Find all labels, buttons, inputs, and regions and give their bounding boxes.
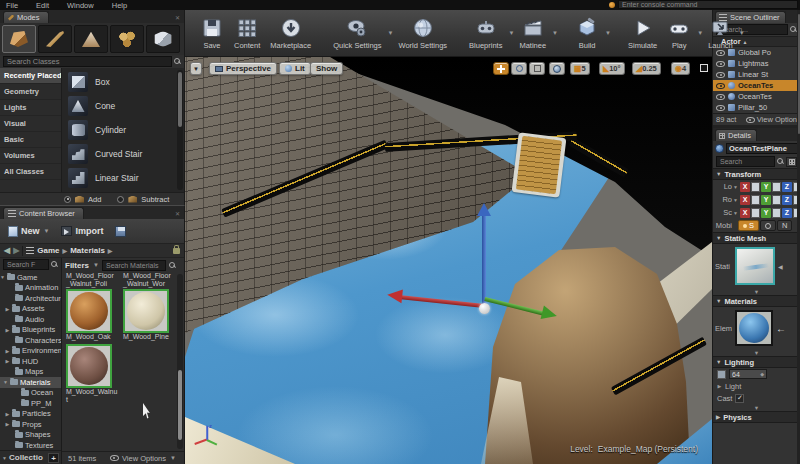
quick-settings-button[interactable]: Quick Settings	[328, 15, 386, 51]
feedback-icon[interactable]	[609, 2, 615, 8]
section-lighting[interactable]: ▼Lighting	[713, 356, 800, 368]
tree-item-animation[interactable]: Animation	[0, 283, 61, 294]
location-x-field[interactable]	[751, 182, 760, 192]
cast-shadows-checkbox[interactable]: ✓	[735, 394, 744, 403]
gizmo-origin[interactable]	[479, 303, 490, 314]
tree-item-materials[interactable]: ▼Materials	[0, 377, 61, 388]
placement-item-curved-stair[interactable]: Curved Stair	[68, 142, 174, 166]
asset-scrollbar[interactable]	[177, 274, 183, 449]
tree-item-assets[interactable]: ▶Assets	[0, 304, 61, 315]
simulate-button[interactable]: Simulate	[623, 15, 662, 51]
filters-button[interactable]: Filters	[65, 261, 89, 270]
save-button[interactable]: Save	[195, 15, 229, 51]
perspective-button[interactable]: Perspective	[209, 62, 277, 75]
outliner-row-pillar[interactable]: Pillar_50	[713, 102, 800, 113]
menu-help[interactable]: Help	[110, 1, 129, 10]
add-collection-button[interactable]: +	[48, 453, 59, 463]
scale-y-field[interactable]	[772, 208, 781, 218]
play-button[interactable]: Play	[662, 15, 696, 51]
tree-item-shapes[interactable]: Shapes	[0, 430, 61, 441]
tree-search-input[interactable]	[3, 259, 49, 270]
lightmap-res-field[interactable]: 64 ◆	[729, 369, 767, 379]
grid-snap-button[interactable]: ▦ 5	[570, 62, 590, 75]
details-search-input[interactable]	[716, 156, 775, 167]
tree-item-maps[interactable]: Maps	[0, 367, 61, 378]
tree-item-architecture[interactable]: Architecture	[0, 293, 61, 304]
new-asset-button[interactable]: New ▼	[4, 224, 53, 239]
menu-file[interactable]: File	[4, 1, 20, 10]
breadcrumb-root[interactable]: Game	[37, 246, 59, 255]
outliner-row-oceantes[interactable]: OceanTes	[713, 91, 800, 102]
placement-item-cone[interactable]: Cone	[68, 94, 174, 118]
rotation-y-field[interactable]	[772, 195, 781, 205]
section-physics[interactable]: ▶Physics	[713, 411, 800, 423]
view-options-button[interactable]: View Options ▼	[110, 454, 176, 463]
tab-content-browser[interactable]: Content Browser	[3, 207, 84, 219]
marketplace-button[interactable]: Marketplace	[265, 15, 316, 51]
mobility-stationary-button[interactable]	[760, 220, 776, 231]
asset-tile-m-wood-pine[interactable]: M_Wood_Pine	[123, 288, 174, 341]
visibility-eye-icon[interactable]	[716, 94, 725, 100]
color-swatch[interactable]	[717, 370, 726, 379]
lit-button[interactable]: Lit	[279, 62, 311, 75]
collections-bar[interactable]: ▼ Collectio +	[0, 450, 61, 464]
save-all-button[interactable]	[111, 224, 130, 239]
tab-modes[interactable]: Modes	[3, 11, 49, 23]
section-expander[interactable]: ▼	[713, 404, 800, 411]
tree-item-pp-m[interactable]: PP_M	[0, 398, 61, 409]
viewport-options-button[interactable]: ▼	[190, 62, 202, 75]
tree-item-props[interactable]: ▶Props	[0, 419, 61, 430]
rotate-tool-button[interactable]	[511, 62, 527, 75]
breadcrumb-current[interactable]: Materials	[70, 246, 105, 255]
blueprints-button[interactable]: Blueprints	[464, 15, 507, 51]
add-radio[interactable]	[64, 196, 71, 203]
matinee-button[interactable]: Matinee	[514, 15, 551, 51]
outliner-view-options-button[interactable]: View Option	[746, 115, 797, 124]
search-classes-input[interactable]	[3, 56, 172, 67]
path-picker-icon[interactable]	[26, 247, 34, 254]
asset-tile-m-wood-walnut[interactable]: M_Wood_Walnut	[66, 343, 118, 404]
build-caret-icon[interactable]: ▼	[605, 30, 611, 36]
content-button[interactable]: Content	[229, 15, 265, 51]
tree-item-blueprints[interactable]: ▶Blueprints	[0, 325, 61, 336]
placement-item-linear-stair[interactable]: Linear Stair	[68, 166, 174, 190]
viewport-3d[interactable]: z ▼ Perspective Lit Show ▦ 5 ◣ 10° ◢ 0.2…	[185, 57, 712, 464]
close-tab-icon[interactable]: ✕	[175, 210, 180, 217]
menu-window[interactable]: Window	[65, 1, 96, 10]
tab-details[interactable]: Details	[715, 129, 757, 141]
back-arrow-icon[interactable]: ◀	[4, 246, 10, 255]
placement-item-cylinder[interactable]: Cylinder	[68, 118, 174, 142]
asset-tile[interactable]: M_Wood_Floor_Walnut_Wor	[123, 272, 174, 288]
scale-caret-icon[interactable]: ▼	[733, 210, 739, 216]
visibility-eye-icon[interactable]	[716, 105, 725, 111]
subtract-radio[interactable]	[117, 196, 124, 203]
scale-snap-button[interactable]: ◢ 0.25	[632, 62, 661, 75]
asset-tile-m-wood-oak[interactable]: M_Wood_Oak	[66, 288, 117, 341]
tree-item-ocean[interactable]: Ocean	[0, 388, 61, 399]
tree-item-particles[interactable]: ▶Particles	[0, 409, 61, 420]
world-settings-button[interactable]: World Settings	[393, 15, 452, 51]
mode-place-button[interactable]	[2, 25, 36, 53]
console-command-input[interactable]	[618, 0, 798, 9]
forward-arrow-icon[interactable]: ▶	[13, 246, 19, 255]
placement-item-box[interactable]: Box	[68, 70, 174, 94]
move-tool-button[interactable]	[493, 62, 509, 75]
section-transform[interactable]: ▼Transform	[713, 168, 800, 180]
outliner-row-oceantestplane[interactable]: OceanTes	[713, 80, 800, 91]
tree-item-characters[interactable]: Characters	[0, 335, 61, 346]
outliner-row-lightmass[interactable]: Lightmas	[713, 58, 800, 69]
lock-icon[interactable]	[173, 248, 180, 254]
launch-caret-icon[interactable]: ▼	[739, 30, 745, 36]
launch-button[interactable]: Launch	[703, 15, 738, 51]
category-recently-placed[interactable]: Recently Placed	[0, 68, 61, 84]
location-y-field[interactable]	[772, 182, 781, 192]
tree-item-textures[interactable]: Textures	[0, 440, 61, 450]
location-caret-icon[interactable]: ▼	[733, 184, 739, 190]
property-matrix-button[interactable]	[786, 157, 797, 167]
mobility-movable-button[interactable]: N	[777, 220, 792, 231]
world-local-toggle[interactable]	[549, 62, 565, 75]
search-assets-input[interactable]	[102, 260, 166, 271]
visibility-eye-icon[interactable]	[716, 83, 725, 89]
category-volumes[interactable]: Volumes	[0, 148, 61, 164]
camera-speed-button[interactable]: ◉ 4	[671, 62, 690, 75]
